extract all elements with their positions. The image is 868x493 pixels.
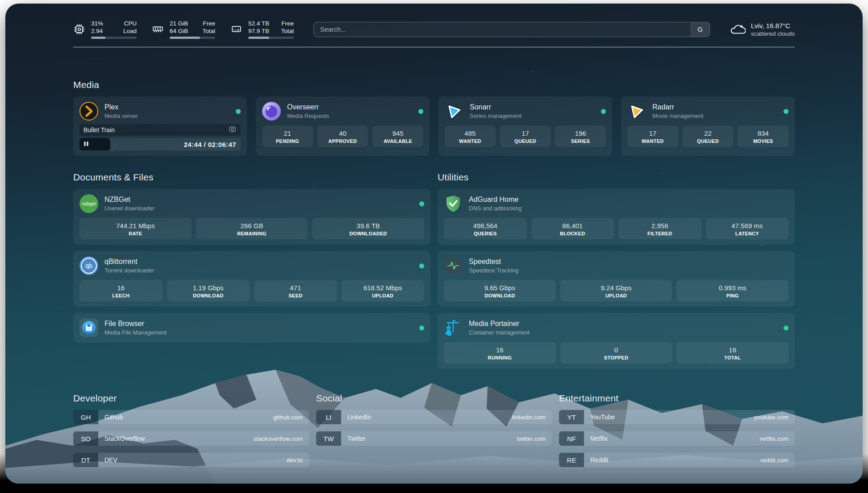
service-card-sonarr[interactable]: Sonarr Series management 485WANTED 17QUE…: [438, 96, 612, 156]
stat-label: UPLOAD: [343, 293, 423, 298]
bookmark-group-developer: Developer GH Github github.com SO StackO…: [73, 393, 309, 467]
service-card-speedtest[interactable]: Speedtest Speedtest Tracking 9.65 GbpsDO…: [438, 251, 795, 307]
bookmark-group-entertainment: Entertainment YT YouTube youtube.com NF …: [559, 393, 795, 467]
bookmark-name: LinkedIn: [341, 410, 371, 424]
status-dot: [236, 109, 241, 114]
service-card-overseerr[interactable]: Overseerr Media Requests 21PENDING 40APP…: [256, 96, 430, 156]
bookmark-abbr: TW: [316, 431, 341, 446]
stat-label: APPROVED: [319, 138, 367, 144]
overseerr-icon: [262, 102, 281, 121]
stat-label: RATE: [81, 231, 190, 236]
status-dot: [601, 109, 606, 114]
stat-value: 485: [447, 129, 494, 138]
stat-value: 86,401: [533, 221, 613, 230]
service-card-filebrowser[interactable]: File Browser Media File Management: [73, 313, 430, 343]
stat-block: 40APPROVED: [317, 125, 368, 147]
cpu-icon: [73, 23, 85, 35]
service-title: AdGuard Home: [469, 195, 522, 204]
stat-value: 744.21 Mbps: [81, 221, 190, 230]
stat-value: 266 GB: [198, 221, 306, 230]
stat-value: 834: [739, 129, 787, 138]
stat-block: 21PENDING: [262, 125, 313, 147]
bookmark-linkedin[interactable]: LI LinkedIn linkedin.com: [316, 410, 552, 424]
status-dot: [418, 109, 423, 114]
service-title: File Browser: [104, 319, 167, 328]
search-provider-button[interactable]: G: [691, 22, 709, 37]
bookmark-dev[interactable]: DT DEV dev.to: [73, 453, 309, 467]
status-dot: [419, 201, 424, 206]
bookmark-url: twitter.com: [517, 431, 552, 446]
service-subtitle: DNS and adblocking: [469, 205, 522, 212]
playback-progress-bar: 24:44 / 02:06:47: [79, 138, 241, 150]
stat-label: RUNNING: [446, 355, 554, 360]
stat-value: 945: [374, 129, 421, 138]
service-subtitle: Media server: [104, 112, 138, 120]
plex-icon: [79, 102, 98, 121]
cpu-value-1: 31%: [91, 20, 103, 27]
stat-block: 471SEED: [254, 280, 337, 301]
header-divider: [73, 47, 795, 47]
bookmark-youtube[interactable]: YT YouTube youtube.com: [559, 410, 795, 424]
stat-label: LEECH: [81, 293, 161, 298]
now-playing-title: Bullet Train: [83, 126, 115, 134]
service-title: Plex: [104, 103, 138, 112]
stat-block: 744.21 MbpsRATE: [79, 218, 192, 239]
service-subtitle: Movie management: [652, 112, 703, 120]
cpu-label-2: Load: [123, 27, 137, 35]
memory-value-1: 21 GiB: [170, 20, 188, 27]
section-title-entertainment: Entertainment: [559, 393, 795, 404]
memory-value-2: 64 GiB: [170, 27, 188, 35]
search-input[interactable]: [313, 22, 710, 37]
bookmark-url: linkedin.com: [512, 410, 552, 424]
stat-block: 9.65 GbpsDOWNLOAD: [444, 280, 556, 301]
service-title: Speedtest: [469, 257, 518, 266]
stat-block: 39.6 TBDOWNLOADED: [312, 218, 424, 239]
bookmark-stackoverflow[interactable]: SO StackOverflow stackoverflow.com: [73, 431, 309, 446]
bookmark-netflix[interactable]: NF Netflix netflix.com: [559, 431, 795, 446]
service-subtitle: Media File Management: [104, 329, 167, 336]
stat-value: 0: [562, 346, 671, 354]
disk-icon: [230, 23, 242, 35]
weather-location-temp: Lviv, 16.87°C: [751, 21, 795, 30]
stat-label: SERIES: [557, 138, 604, 144]
stat-block: 16TOTAL: [676, 342, 789, 363]
svg-text:qb: qb: [85, 262, 92, 269]
stat-block: 22QUEUED: [683, 125, 734, 147]
status-dot: [419, 263, 424, 268]
stat-label: WANTED: [447, 138, 494, 144]
bookmark-twitter[interactable]: TW Twitter twitter.com: [316, 431, 552, 446]
now-playing-row: Bullet Train: [79, 124, 241, 136]
stat-value: 39.6 TB: [314, 221, 422, 230]
bookmark-reddit[interactable]: RE Reddit reddit.com: [559, 453, 795, 467]
stat-value: 498,564: [446, 221, 525, 230]
service-card-radarr[interactable]: Radarr Movie management 17WANTED 22QUEUE…: [621, 96, 795, 156]
service-card-portainer[interactable]: Media Portainer Container management 16R…: [438, 313, 795, 369]
service-subtitle: Container management: [469, 329, 530, 336]
bookmark-name: StackOverflow: [98, 431, 145, 446]
radarr-icon: [627, 102, 646, 121]
bookmark-url: github.com: [273, 410, 309, 424]
stat-block: 47.569 msLATENCY: [706, 218, 789, 239]
service-card-nzbget[interactable]: nzbget NZBGet Usenet downloader 744.21 M…: [73, 189, 430, 245]
section-title-utilities: Utilities: [438, 172, 795, 183]
bookmark-github[interactable]: GH Github github.com: [73, 410, 309, 424]
service-card-qbittorrent[interactable]: qb qBittorrent Torrent downloader 16LEEC…: [73, 251, 430, 307]
stat-label: TOTAL: [678, 355, 787, 360]
stat-block: 9.24 GbpsUPLOAD: [560, 280, 672, 301]
stat-block: 0STOPPED: [560, 342, 672, 363]
service-card-adguard[interactable]: AdGuard Home DNS and adblocking 498,564Q…: [438, 189, 795, 245]
bookmark-group-social: Social LI LinkedIn linkedin.com TW Twitt…: [316, 393, 552, 467]
section-title-social: Social: [316, 393, 552, 404]
bookmark-name: Github: [98, 410, 123, 424]
stat-label: PENDING: [264, 138, 311, 144]
service-card-plex[interactable]: Plex Media server Bullet Train: [73, 96, 247, 156]
playback-time: 24:44 / 02:06:47: [184, 141, 236, 148]
search-bar: G: [313, 22, 710, 37]
stat-value: 9.24 Gbps: [562, 284, 671, 292]
camera-icon: [229, 126, 237, 134]
documents-column: Documents & Files nzbget NZBGet Usenet d: [73, 172, 430, 369]
service-subtitle: Media Requests: [287, 112, 329, 120]
service-title: Radarr: [652, 103, 703, 112]
stat-label: LATENCY: [708, 231, 787, 236]
stat-label: AVAILABLE: [374, 138, 421, 144]
